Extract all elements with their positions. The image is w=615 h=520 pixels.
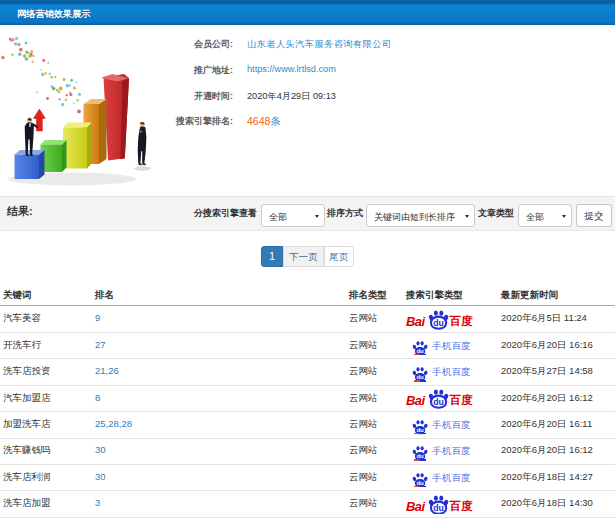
svg-text:du: du (434, 503, 445, 513)
svg-text:du: du (434, 318, 445, 328)
svg-text:du: du (434, 397, 445, 407)
